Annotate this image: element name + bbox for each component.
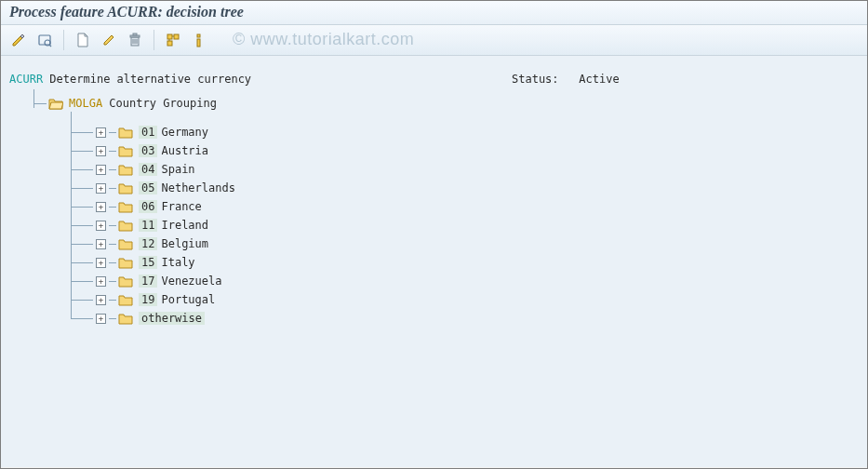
folder-closed-icon [118,275,133,288]
child-label: Portugal [161,293,215,306]
child-code: 04 [139,163,157,176]
tree-group-row[interactable]: MOLGA Country Grouping [33,95,859,112]
group-code: MOLGA [69,97,102,110]
tree-child-row[interactable]: +17Venezuela [71,272,859,290]
expand-node-icon[interactable]: + [96,314,106,324]
child-label: Ireland [161,219,208,232]
delete-icon[interactable] [124,30,146,50]
tree-child-row[interactable]: +11Ireland [71,216,859,234]
tree-root-row[interactable]: ACURR Determine alternative currency [9,73,859,86]
status-value: Active [579,73,619,86]
tree-child-row[interactable]: +03Austria [71,141,859,160]
subtree: +01Germany+03Austria+04Spain+05Netherlan… [71,123,859,328]
folder-closed-icon [118,127,133,139]
edit-icon[interactable] [98,30,120,50]
child-code: 12 [139,237,157,250]
expand-node-icon[interactable]: + [96,239,106,249]
folder-closed-icon [118,294,133,306]
divider [63,30,64,50]
tree-child-row[interactable]: +06France [71,197,859,216]
expand-node-icon[interactable]: + [96,183,106,194]
tree-child-row[interactable]: +01Germany [71,123,859,141]
child-label: Belgium [161,237,208,250]
child-code: 03 [139,144,157,157]
child-label: Netherlands [161,181,234,194]
folder-closed-icon [118,201,133,213]
child-code: 19 [139,293,157,306]
tree-child-row[interactable]: +otherwise [71,309,859,328]
folder-closed-icon [118,238,133,250]
check-icon[interactable] [33,30,56,50]
child-label: Austria [161,144,208,157]
child-label: Germany [161,126,208,139]
child-label: Italy [161,256,194,269]
folder-closed-icon [118,257,133,269]
root-code: ACURR [9,73,43,86]
child-code: 11 [139,219,157,232]
expand-node-icon[interactable]: + [96,258,106,268]
tree-child-row[interactable]: +19Portugal [71,290,859,309]
tree-child-row[interactable]: +05Netherlands [71,179,859,197]
child-label: Venezuela [161,275,221,288]
tree-child-row[interactable]: +04Spain [71,160,859,179]
folder-closed-icon [118,164,133,176]
child-code: 01 [139,126,157,139]
title-bar: Process feature ACURR: decision tree [0,0,868,25]
toolbar [0,25,868,56]
folder-closed-icon [118,145,133,157]
folder-open-icon [48,97,63,110]
status-block: Status: Active [512,73,620,86]
child-code: 15 [139,256,157,269]
expand-node-icon[interactable]: + [96,127,106,138]
child-label: France [161,200,201,213]
expand-node-icon[interactable]: + [96,295,106,305]
group-description: Country Grouping [109,97,217,110]
child-code: 06 [139,200,157,213]
expand-node-icon[interactable]: + [96,221,106,231]
divider [154,30,154,50]
svg-rect-15 [197,39,200,47]
folder-closed-icon [118,313,133,325]
expand-node-icon[interactable]: + [96,165,106,175]
folder-closed-icon [118,220,133,232]
svg-rect-10 [174,34,179,39]
content-area: ACURR Determine alternative currency Sta… [0,56,868,467]
svg-rect-5 [133,34,137,35]
child-code: otherwise [139,312,205,325]
expand-node-icon[interactable]: + [96,146,106,156]
info-icon[interactable] [188,30,210,50]
child-label: Spain [161,163,194,176]
create-icon[interactable] [72,30,94,50]
svg-line-2 [49,45,51,47]
status-label: Status: [512,73,559,86]
tree-child-row[interactable]: +15Italy [71,253,859,272]
svg-rect-9 [167,34,172,39]
tree-child-row[interactable]: +12Belgium [71,234,859,253]
child-code: 05 [139,181,157,194]
tree: MOLGA Country Grouping +01Germany+03Aust… [13,95,859,328]
expand-node-icon[interactable]: + [96,276,106,287]
page-title: Process feature ACURR: decision tree [9,4,859,20]
root-description: Determine alternative currency [49,73,251,86]
svg-rect-11 [167,41,172,46]
expand-icon[interactable] [162,30,184,50]
change-icon[interactable] [7,30,30,50]
svg-rect-14 [197,34,200,37]
child-code: 17 [139,275,157,288]
expand-node-icon[interactable]: + [96,202,106,212]
folder-closed-icon [118,182,133,194]
